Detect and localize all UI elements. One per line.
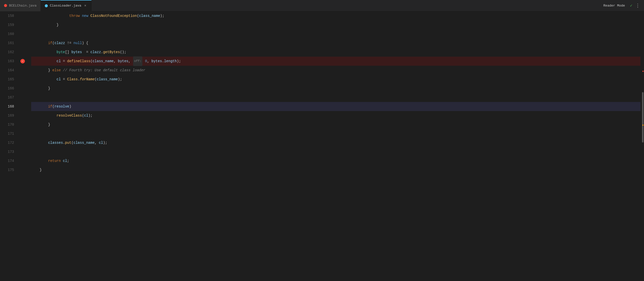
code-line-160 bbox=[31, 29, 640, 39]
token: cl bbox=[99, 138, 103, 147]
token bbox=[31, 111, 57, 120]
gutter-170[interactable] bbox=[18, 120, 27, 129]
token: Class bbox=[67, 75, 78, 84]
gutter-159[interactable] bbox=[18, 20, 27, 29]
token bbox=[31, 84, 48, 93]
gutter-160[interactable] bbox=[18, 29, 27, 39]
token: = bbox=[61, 57, 67, 66]
token: class_name bbox=[97, 75, 118, 84]
gutter-163[interactable]: ✓ bbox=[18, 57, 27, 66]
token: defineClass bbox=[67, 57, 90, 66]
token: = bbox=[61, 75, 67, 84]
token: ( bbox=[82, 111, 84, 120]
line-number-169: 169 bbox=[0, 111, 14, 120]
token bbox=[88, 11, 90, 20]
bcel-icon bbox=[4, 4, 7, 7]
gutter-173[interactable] bbox=[18, 147, 27, 156]
gutter-172[interactable] bbox=[18, 138, 27, 147]
token: class_name bbox=[139, 11, 160, 20]
line-number-174: 174 bbox=[0, 156, 14, 165]
code-line-170: } bbox=[31, 120, 640, 129]
token: ); bbox=[177, 57, 181, 66]
token: // Fourth try: Use default class loader bbox=[63, 66, 145, 75]
token: resolve bbox=[54, 102, 69, 111]
code-line-171 bbox=[31, 129, 640, 138]
class-icon bbox=[45, 4, 48, 7]
token bbox=[31, 120, 48, 129]
error-indicator bbox=[642, 71, 643, 72]
token: . bbox=[78, 75, 80, 84]
token bbox=[31, 11, 69, 20]
gutter-168[interactable] bbox=[18, 102, 27, 111]
token: cl bbox=[57, 75, 61, 84]
tab-close-button[interactable]: × bbox=[83, 4, 87, 8]
line-number-158: 158 bbox=[0, 11, 14, 20]
token: ( bbox=[90, 57, 92, 66]
gutter-167[interactable] bbox=[18, 93, 27, 102]
param-label: off: bbox=[133, 56, 142, 66]
gutter-165[interactable] bbox=[18, 75, 27, 84]
token: } bbox=[40, 165, 42, 174]
warning-indicator bbox=[642, 125, 643, 126]
gutter-161[interactable] bbox=[18, 39, 27, 48]
token bbox=[31, 20, 57, 29]
line-number-159: 159 bbox=[0, 20, 14, 29]
gutter-169[interactable] bbox=[18, 111, 27, 120]
token: class_name bbox=[93, 57, 114, 66]
token: . bbox=[63, 138, 65, 147]
token: getBytes bbox=[103, 48, 120, 57]
code-content[interactable]: throw new ClassNotFoundException(class_n… bbox=[27, 11, 640, 281]
gutter-174[interactable] bbox=[18, 156, 27, 165]
code-line-161: if(clazz != null) { bbox=[31, 39, 640, 48]
gutter-175[interactable] bbox=[18, 165, 27, 174]
tab-classloader[interactable]: ClassLoader.java × bbox=[41, 0, 92, 11]
token: ( bbox=[71, 138, 73, 147]
code-line-172: classes.put(class_name, cl); bbox=[31, 138, 640, 147]
tab-label-bcel: BCELChain.java bbox=[9, 4, 36, 8]
line-number-173: 173 bbox=[0, 147, 14, 156]
token: cl bbox=[84, 111, 88, 120]
tab-bcelchain[interactable]: BCELChain.java bbox=[0, 0, 41, 11]
breakpoint-icon[interactable]: ✓ bbox=[20, 59, 25, 63]
token bbox=[31, 156, 48, 165]
token: bytes bbox=[118, 57, 129, 66]
token: } bbox=[48, 66, 52, 75]
code-line-163: cl = defineClass(class_name, bytes, off:… bbox=[31, 57, 640, 66]
code-line-168: if(resolve) bbox=[31, 102, 640, 111]
more-options-icon[interactable]: ⋮ bbox=[635, 3, 640, 8]
line-number-168: 168 bbox=[0, 102, 14, 111]
token bbox=[31, 66, 48, 75]
tab-bar: BCELChain.java ClassLoader.java × Reader… bbox=[0, 0, 644, 11]
token: = bbox=[82, 48, 91, 57]
gutter-164[interactable] bbox=[18, 66, 27, 75]
scrollbar[interactable] bbox=[640, 11, 644, 281]
token: if bbox=[48, 39, 52, 48]
token: , bbox=[147, 57, 151, 66]
gutter: ✓ bbox=[18, 11, 27, 281]
gutter-158[interactable] bbox=[18, 11, 27, 20]
scrollbar-thumb[interactable] bbox=[642, 92, 643, 143]
token: ); bbox=[88, 111, 93, 120]
reader-mode-button[interactable]: Reader Mode bbox=[601, 3, 627, 9]
token bbox=[31, 165, 40, 174]
check-icon: ✓ bbox=[630, 3, 632, 8]
code-line-169: resolveClass(cl); bbox=[31, 111, 640, 120]
code-line-164: } else // Fourth try: Use default class … bbox=[31, 66, 640, 75]
code-line-173 bbox=[31, 147, 640, 156]
line-numbers: 1581591601611621631641651661671681691701… bbox=[0, 11, 18, 281]
token bbox=[61, 156, 63, 165]
line-number-172: 172 bbox=[0, 138, 14, 147]
gutter-171[interactable] bbox=[18, 129, 27, 138]
token: ( bbox=[52, 102, 54, 111]
code-line-159: } bbox=[31, 20, 640, 29]
token bbox=[143, 57, 145, 66]
token: resolveClass bbox=[57, 111, 82, 120]
token bbox=[31, 75, 57, 84]
code-line-175: } bbox=[31, 165, 640, 174]
gutter-162[interactable] bbox=[18, 48, 27, 57]
token: bytes bbox=[71, 48, 82, 57]
token: clazz bbox=[90, 48, 101, 57]
gutter-166[interactable] bbox=[18, 84, 27, 93]
token bbox=[31, 57, 57, 66]
token: put bbox=[65, 138, 71, 147]
